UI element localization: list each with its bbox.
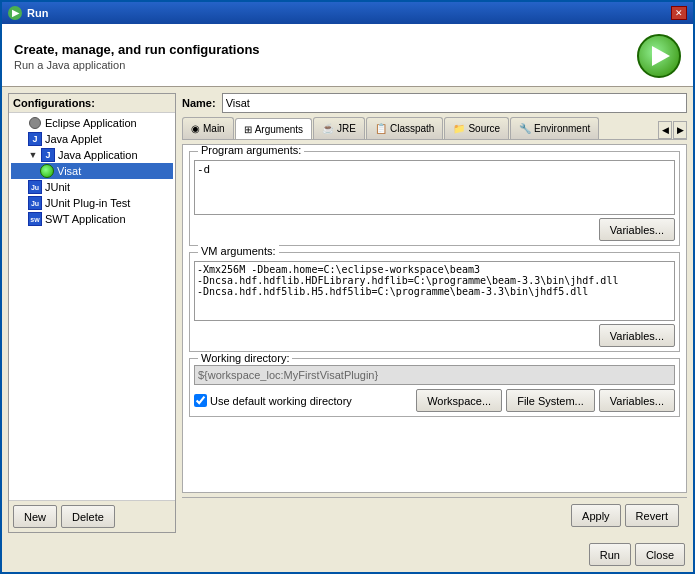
default-wd-checkbox-label: Use default working directory [194, 394, 410, 407]
workspace-button[interactable]: Workspace... [416, 389, 502, 412]
program-args-textarea[interactable] [194, 160, 675, 215]
tab-arguments[interactable]: ⊞ Arguments [235, 118, 312, 140]
working-dir-inner: Use default working directory Workspace.… [190, 359, 679, 416]
vm-args-group: VM arguments: Variables... [189, 252, 680, 352]
dialog-subtitle: Run a Java application [14, 59, 260, 71]
junit-icon: Ju [28, 180, 42, 194]
eclipse-app-icon [28, 116, 42, 130]
run-button[interactable]: Run [589, 543, 631, 566]
window-title: Run [27, 7, 48, 19]
junit-plugin-icon: Ju [28, 196, 42, 210]
vm-args-label: VM arguments: [198, 245, 279, 257]
vm-args-btn-row: Variables... [194, 324, 675, 347]
tab-environment-label: Environment [534, 123, 590, 134]
revert-button[interactable]: Revert [625, 504, 679, 527]
arguments-tab-icon: ⊞ [244, 124, 252, 135]
tree-item-java-app[interactable]: ▼ J Java Application [11, 147, 173, 163]
working-dir-input[interactable] [194, 365, 675, 385]
header-text: Create, manage, and run configurations R… [14, 42, 260, 71]
vm-args-variables-button[interactable]: Variables... [599, 324, 675, 347]
junit-plugin-label: JUnit Plug-in Test [45, 197, 130, 209]
program-args-variables-button[interactable]: Variables... [599, 218, 675, 241]
tree-item-java-applet[interactable]: J Java Applet [11, 131, 173, 147]
classpath-tab-icon: 📋 [375, 123, 387, 134]
program-args-inner: Variables... [190, 152, 679, 245]
eclipse-app-label: Eclipse Application [45, 117, 137, 129]
tree-item-junit[interactable]: Ju JUnit [11, 179, 173, 195]
window-icon: ▶ [8, 6, 22, 20]
tab-scroll-right[interactable]: ▶ [673, 121, 687, 139]
wd-buttons: Workspace... File System... Variables... [416, 389, 675, 412]
default-wd-label: Use default working directory [210, 395, 352, 407]
content-area: Program arguments: Variables... VM argum… [182, 144, 687, 493]
close-button[interactable]: Close [635, 543, 685, 566]
tab-environment[interactable]: 🔧 Environment [510, 117, 599, 139]
name-row: Name: [182, 93, 687, 113]
dialog-body: Configurations: Eclipse Application J [2, 87, 693, 539]
dialog-header: Create, manage, and run configurations R… [2, 24, 693, 87]
program-args-group: Program arguments: Variables... [189, 151, 680, 246]
title-bar: ▶ Run ✕ [2, 2, 693, 24]
tree-item-swt-app[interactable]: sw SWT Application [11, 211, 173, 227]
default-wd-checkbox[interactable] [194, 394, 207, 407]
run-icon [637, 34, 681, 78]
tab-classpath-label: Classpath [390, 123, 434, 134]
main-tab-icon: ◉ [191, 123, 200, 134]
expand-icon-java-app: ▼ [28, 150, 38, 160]
swt-app-icon: sw [28, 212, 42, 226]
program-args-btn-row: Variables... [194, 218, 675, 241]
jre-tab-icon: ☕ [322, 123, 334, 134]
tab-classpath[interactable]: 📋 Classpath [366, 117, 443, 139]
env-tab-icon: 🔧 [519, 123, 531, 134]
tab-nav: ◀ ▶ [658, 121, 687, 139]
tab-main-label: Main [203, 123, 225, 134]
tree-item-junit-plugin[interactable]: Ju JUnit Plug-in Test [11, 195, 173, 211]
apply-button[interactable]: Apply [571, 504, 621, 527]
left-panel-buttons: New Delete [9, 500, 175, 532]
visat-icon [40, 164, 54, 178]
program-args-label: Program arguments: [198, 144, 304, 156]
filesystem-button[interactable]: File System... [506, 389, 595, 412]
tree-item-eclipse-app[interactable]: Eclipse Application [11, 115, 173, 131]
vm-args-inner: Variables... [190, 253, 679, 351]
name-label: Name: [182, 97, 216, 109]
working-dir-label: Working directory: [198, 352, 292, 364]
configurations-label: Configurations: [9, 94, 175, 113]
title-bar-left: ▶ Run [8, 6, 48, 20]
tab-main[interactable]: ◉ Main [182, 117, 234, 139]
run-triangle [652, 46, 670, 66]
java-applet-label: Java Applet [45, 133, 102, 145]
tab-arguments-label: Arguments [255, 124, 303, 135]
wd-row: Use default working directory Workspace.… [194, 389, 675, 412]
tab-jre[interactable]: ☕ JRE [313, 117, 365, 139]
tab-source[interactable]: 📁 Source [444, 117, 509, 139]
footer-bar: Run Close [2, 539, 693, 572]
run-dialog: ▶ Run ✕ Create, manage, and run configur… [0, 0, 695, 574]
dialog-title: Create, manage, and run configurations [14, 42, 260, 57]
close-window-button[interactable]: ✕ [671, 6, 687, 20]
java-applet-icon: J [28, 132, 42, 146]
java-app-icon: J [41, 148, 55, 162]
name-input[interactable] [222, 93, 687, 113]
tab-scroll-left[interactable]: ◀ [658, 121, 672, 139]
new-button[interactable]: New [13, 505, 57, 528]
configurations-tree: Eclipse Application J Java Applet ▼ J [9, 113, 175, 500]
right-panel: Name: ◉ Main ⊞ Arguments ☕ JRE 📋 [182, 93, 687, 533]
source-tab-icon: 📁 [453, 123, 465, 134]
swt-app-label: SWT Application [45, 213, 126, 225]
delete-button[interactable]: Delete [61, 505, 115, 528]
wd-variables-button[interactable]: Variables... [599, 389, 675, 412]
working-dir-section: Working directory: Use default working d… [189, 358, 680, 417]
vm-args-textarea[interactable] [194, 261, 675, 321]
tab-source-label: Source [468, 123, 500, 134]
visat-label: Visat [57, 165, 81, 177]
junit-label: JUnit [45, 181, 70, 193]
java-app-label: Java Application [58, 149, 138, 161]
left-panel: Configurations: Eclipse Application J [8, 93, 176, 533]
tree-item-visat[interactable]: Visat [11, 163, 173, 179]
tab-jre-label: JRE [337, 123, 356, 134]
bottom-actions: Apply Revert [190, 504, 679, 527]
tabs-bar: ◉ Main ⊞ Arguments ☕ JRE 📋 Classpath 📁 [182, 117, 687, 140]
apply-revert-bar: Apply Revert [182, 497, 687, 533]
